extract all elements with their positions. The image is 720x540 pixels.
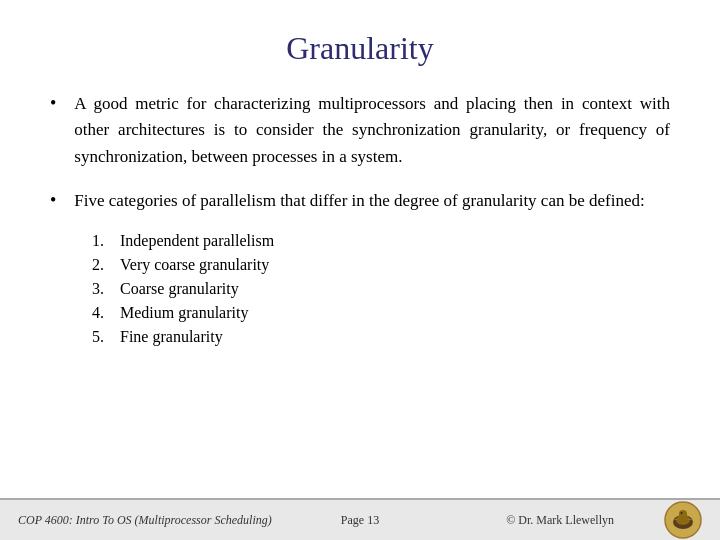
slide-content: Granularity • A good metric for characte… [0, 0, 720, 498]
list-text-2: Very coarse granularity [120, 256, 269, 274]
list-item: 4. Medium granularity [92, 304, 670, 322]
slide-footer: COP 4600: Intro To OS (Multiprocessor Sc… [0, 498, 720, 540]
numbered-list: 1. Independent parallelism 2. Very coars… [92, 232, 670, 346]
slide-title: Granularity [50, 30, 670, 67]
list-item: 1. Independent parallelism [92, 232, 670, 250]
list-text-4: Medium granularity [120, 304, 248, 322]
list-num-5: 5. [92, 328, 120, 346]
bullet-text-1: A good metric for characterizing multipr… [74, 91, 670, 170]
footer-copyright: © Dr. Mark Llewellyn [506, 513, 614, 528]
svg-point-3 [679, 510, 687, 518]
bullet-item-2: • Five categories of parallelism that di… [50, 188, 670, 214]
footer-page-number: Page 13 [341, 513, 379, 528]
list-num-4: 4. [92, 304, 120, 322]
footer-logo [664, 501, 702, 539]
list-item: 2. Very coarse granularity [92, 256, 670, 274]
bullet-dot-1: • [50, 93, 56, 114]
list-num-2: 2. [92, 256, 120, 274]
list-item: 3. Coarse granularity [92, 280, 670, 298]
svg-point-4 [681, 512, 683, 514]
bullet-dot-2: • [50, 190, 56, 211]
list-item: 5. Fine granularity [92, 328, 670, 346]
list-num-3: 3. [92, 280, 120, 298]
bullet-item-1: • A good metric for characterizing multi… [50, 91, 670, 170]
list-text-5: Fine granularity [120, 328, 223, 346]
list-text-3: Coarse granularity [120, 280, 239, 298]
slide: Granularity • A good metric for characte… [0, 0, 720, 540]
list-text-1: Independent parallelism [120, 232, 274, 250]
bullet-text-2: Five categories of parallelism that diff… [74, 188, 644, 214]
list-num-1: 1. [92, 232, 120, 250]
footer-left-text: COP 4600: Intro To OS (Multiprocessor Sc… [18, 513, 506, 528]
